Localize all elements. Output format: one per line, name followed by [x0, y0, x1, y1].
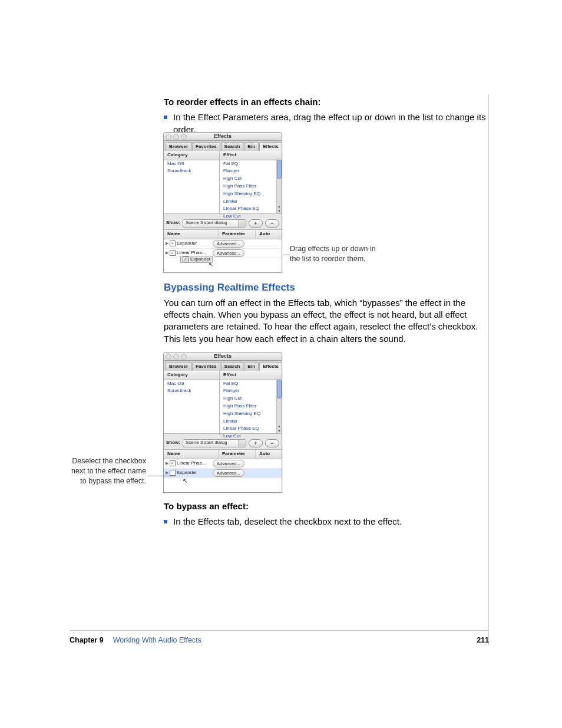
- effect-checkbox[interactable]: ✓: [170, 241, 176, 246]
- list-item[interactable]: Linear Phase EQ: [220, 425, 277, 433]
- tab-effects[interactable]: Effects: [259, 142, 282, 151]
- scrollbar-thumb[interactable]: [277, 160, 282, 179]
- col-param: Parameter: [219, 450, 256, 459]
- list-item[interactable]: Mac OS: [164, 380, 219, 388]
- callout-drag: Drag effects up or down in the list to r…: [290, 244, 378, 264]
- params-header: Name Parameter Auto: [164, 230, 282, 239]
- show-label: Show:: [166, 440, 180, 446]
- scroll-down-icon[interactable]: ▼: [277, 209, 282, 213]
- disclosure-icon[interactable]: ▶: [166, 470, 168, 475]
- effect-checkbox[interactable]: ✓: [170, 250, 176, 256]
- scroll-down-icon[interactable]: ▼: [277, 429, 282, 433]
- bypass-section: Bypassing Realtime Effects You can turn …: [164, 281, 488, 345]
- advanced-button[interactable]: Advanced...: [213, 469, 244, 477]
- scroll-up-icon[interactable]: ▲: [277, 424, 282, 429]
- column-header-category: Category: [164, 151, 219, 160]
- cursor-icon: ↖: [183, 477, 187, 485]
- callout-deselect: Deselect the checkbox next to the effect…: [70, 456, 146, 486]
- callout-leader-line: [147, 476, 176, 476]
- tab-effects[interactable]: Effects: [259, 362, 282, 371]
- col-name: Name: [164, 230, 219, 239]
- window-titlebar: Effects: [163, 352, 282, 361]
- tab-browser[interactable]: Browser: [166, 362, 191, 371]
- effect-name: Linear Phas...: [177, 460, 206, 467]
- list-item[interactable]: Fat EQ: [220, 380, 277, 388]
- col-auto: Auto: [256, 230, 282, 239]
- reorder-heading: To reorder effects in an effects chain:: [164, 96, 488, 108]
- advanced-button[interactable]: Advanced...: [213, 240, 244, 248]
- scroll-up-icon[interactable]: ▲: [277, 204, 282, 209]
- list-item[interactable]: Fat EQ: [220, 160, 277, 168]
- screenshot-bypass: Effects Browser Favorites Search Bin Eff…: [163, 352, 282, 493]
- disclosure-icon[interactable]: ▶: [166, 250, 168, 255]
- drag-ghost-label: Expander: [190, 256, 210, 263]
- column-header-category: Category: [164, 371, 219, 380]
- list-item[interactable]: Linear Phase EQ: [220, 205, 277, 213]
- list-item[interactable]: High Pass Filter: [220, 183, 277, 190]
- popup-caret-icon: ▲▼: [240, 440, 244, 447]
- scrollbar[interactable]: ▲ ▼: [276, 378, 282, 433]
- show-popup[interactable]: Scene 3 start dialog ▲▼: [183, 439, 246, 447]
- page-margin-rule: [488, 94, 489, 645]
- advanced-button[interactable]: Advanced...: [213, 460, 244, 467]
- bypass-howto-heading: To bypass an effect:: [164, 500, 488, 512]
- list-item[interactable]: Soundtrack: [164, 167, 219, 175]
- window-title: Effects: [164, 133, 282, 140]
- list-item[interactable]: Limiter: [220, 198, 277, 206]
- tab-favorites[interactable]: Favorites: [192, 142, 220, 151]
- tab-bin[interactable]: Bin: [244, 142, 259, 151]
- scrollbar-thumb[interactable]: [277, 380, 282, 398]
- list-item[interactable]: High Cut: [220, 175, 277, 183]
- tab-bar: Browser Favorites Search Bin Effects: [163, 141, 282, 151]
- category-list[interactable]: Mac OS Soundtrack: [164, 380, 219, 396]
- bypass-howto-bullet: In the Effects tab, deselect the checkbo…: [164, 516, 488, 528]
- tab-search[interactable]: Search: [221, 362, 244, 371]
- tab-bin[interactable]: Bin: [244, 362, 259, 371]
- callout-leader-line: [283, 255, 290, 255]
- footer-title: Working With Audio Effects: [113, 635, 201, 645]
- list-item[interactable]: Limiter: [220, 418, 277, 426]
- disclosure-icon[interactable]: ▶: [166, 241, 168, 246]
- list-item[interactable]: Mac OS: [164, 160, 219, 168]
- window-title: Effects: [164, 353, 282, 360]
- effect-name: Expander: [177, 241, 197, 247]
- screenshot-reorder: Effects Browser Favorites Search Bin Eff…: [163, 132, 282, 273]
- list-item[interactable]: High Shelving EQ: [220, 190, 277, 198]
- effect-row[interactable]: ▶✓Linear Phas... Advanced...: [164, 459, 282, 469]
- effect-list[interactable]: Fat EQ Flanger High Cut High Pass Filter…: [220, 160, 282, 220]
- column-header-effect: Effect: [220, 371, 282, 380]
- disclosure-icon[interactable]: ▶: [166, 460, 168, 466]
- effect-checkbox[interactable]: [170, 470, 176, 476]
- bypass-body: You can turn off an effect in the Effect…: [164, 297, 488, 345]
- col-name: Name: [164, 450, 219, 459]
- footer-chapter: Chapter 9: [70, 635, 104, 645]
- tab-search[interactable]: Search: [221, 142, 244, 151]
- effect-name: Expander: [177, 470, 197, 476]
- list-item[interactable]: High Shelving EQ: [220, 410, 277, 418]
- show-popup-value: Scene 3 start dialog: [186, 440, 227, 446]
- list-item[interactable]: High Pass Filter: [220, 403, 277, 410]
- tab-browser[interactable]: Browser: [166, 142, 191, 151]
- bypass-howto-text: In the Effects tab, deselect the checkbo…: [173, 516, 402, 528]
- effect-row[interactable]: ▶✓Expander Advanced...: [164, 239, 282, 249]
- popup-caret-icon: ▲▼: [240, 220, 244, 227]
- list-item[interactable]: Flanger: [220, 167, 277, 175]
- list-item[interactable]: Flanger: [220, 387, 277, 395]
- cursor-icon: ↖: [209, 261, 213, 269]
- effect-row[interactable]: ▶Expander Advanced...: [164, 469, 282, 478]
- bullet-icon: [164, 520, 167, 523]
- list-item[interactable]: High Cut: [220, 395, 277, 403]
- tab-favorites[interactable]: Favorites: [192, 362, 220, 371]
- scrollbar[interactable]: ▲ ▼: [276, 158, 282, 213]
- advanced-button[interactable]: Advanced...: [213, 249, 244, 257]
- category-list[interactable]: Mac OS Soundtrack: [164, 160, 219, 176]
- effect-checkbox[interactable]: ✓: [170, 460, 176, 466]
- bypass-heading: Bypassing Realtime Effects: [164, 281, 488, 295]
- bypass-howto-block: To bypass an effect: In the Effects tab,…: [164, 500, 488, 528]
- bullet-icon: [164, 116, 167, 119]
- footer-page-number: 211: [477, 635, 489, 645]
- effect-list[interactable]: Fat EQ Flanger High Cut High Pass Filter…: [220, 380, 282, 440]
- show-popup[interactable]: Scene 3 start dialog ▲▼: [183, 219, 246, 228]
- list-item[interactable]: Soundtrack: [164, 387, 219, 395]
- page-footer: Chapter 9 Working With Audio Effects 211: [70, 630, 489, 645]
